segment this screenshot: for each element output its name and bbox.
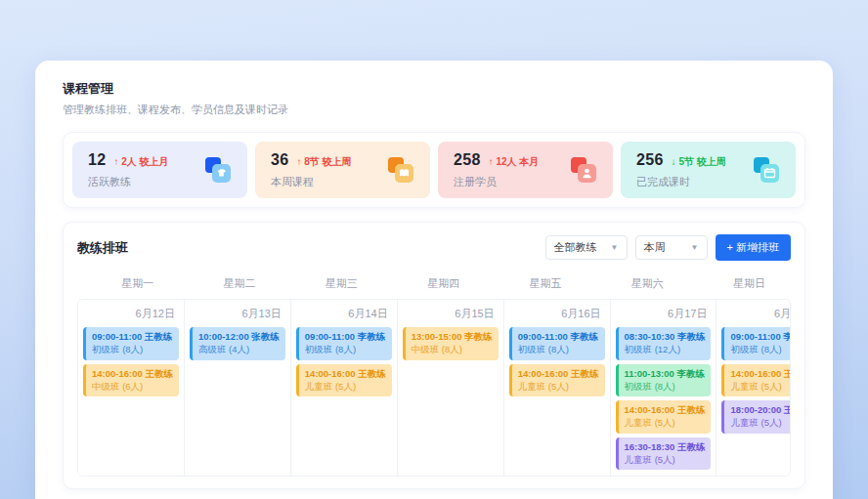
schedule-event[interactable]: 13:00-15:00 李教练 中级班 (8人) (403, 327, 499, 360)
schedule-event[interactable]: 09:00-11:00 王教练 初级班 (8人) (83, 327, 179, 360)
stat-card-completed-hours: 256 ↓ 5节 较上周 已完成课时 (621, 142, 796, 198)
day-column-monday: 6月12日 09:00-11:00 王教练 初级班 (8人) 14:00-16:… (78, 300, 185, 476)
stat-card-active-coaches: 12 ↑ 2人 较上月 活跃教练 (72, 142, 247, 198)
schedule-event[interactable]: 18:00-20:00 王教练 儿童班 (5人) (721, 400, 791, 434)
chevron-down-icon: ▼ (691, 243, 699, 252)
date-label: 6月16日 (504, 300, 610, 327)
schedule-grid: 6月12日 09:00-11:00 王教练 初级班 (8人) 14:00-16:… (77, 299, 791, 477)
add-schedule-button[interactable]: + 新增排班 (716, 234, 791, 261)
stats-bar: 12 ↑ 2人 较上月 活跃教练 36 ↑ 8节 较上周 本周课程 (63, 132, 805, 208)
schedule-event[interactable]: 14:00-16:00 王教练 儿童班 (5人) (616, 400, 712, 434)
schedule-event[interactable]: 11:00-13:00 李教练 初级班 (8人) (616, 364, 712, 397)
schedule-event[interactable]: 09:00-11:00 李教练 初级班 (8人) (296, 327, 392, 360)
weekday-label: 星期二 (179, 270, 281, 299)
day-column-tuesday: 6月13日 10:00-12:00 张教练 高级班 (4人) (185, 300, 291, 476)
date-label: 6月17日 (611, 300, 716, 327)
schedule-event[interactable]: 09:00-11:00 李教练 初级班 (8人) (509, 327, 605, 360)
page-title: 课程管理 (63, 80, 805, 98)
day-column-friday: 6月16日 09:00-11:00 李教练 初级班 (8人) 14:00-16:… (504, 300, 611, 476)
schedule-event[interactable]: 10:00-12:00 张教练 高级班 (4人) (190, 327, 285, 360)
calendar-icon (751, 154, 782, 186)
stat-trend: ↓ 5节 较上周 (672, 155, 726, 169)
weekday-label: 星期六 (586, 270, 688, 299)
date-label: 6月13日 (185, 300, 290, 327)
date-label: 6月12日 (78, 300, 184, 327)
stat-card-registered-students: 258 ↑ 12人 本月 注册学员 (438, 142, 613, 198)
coach-filter-select[interactable]: 全部教练 ▼ (545, 235, 628, 260)
range-filter-select[interactable]: 本周 ▼ (635, 235, 708, 260)
schedule-section: 教练排班 全部教练 ▼ 本周 ▼ + 新增排班 星期一 星期二 星期三 星期四 … (63, 222, 805, 489)
schedule-event[interactable]: 09:00-11:00 李教练 初级班 (8人) (721, 327, 791, 360)
schedule-title: 教练排班 (77, 239, 128, 257)
date-label: 6月15日 (398, 300, 503, 327)
student-icon (568, 154, 599, 186)
weekday-label: 星期五 (485, 270, 586, 299)
stat-trend: ↑ 12人 本月 (489, 155, 540, 169)
day-column-saturday: 6月17日 08:30-10:30 李教练 初级班 (12人) 11:00-13… (611, 300, 717, 476)
stat-label: 本周课程 (271, 175, 352, 189)
page-subtitle: 管理教练排班、课程发布、学员信息及课时记录 (63, 103, 805, 117)
stat-card-week-courses: 36 ↑ 8节 较上周 本周课程 (255, 142, 430, 198)
course-icon (385, 154, 416, 186)
schedule-event[interactable]: 14:00-16:00 王教练 儿童班 (5人) (509, 364, 605, 397)
schedule-event[interactable]: 14:00-16:00 王教练 儿童班 (5人) (296, 364, 392, 397)
stat-trend: ↑ 2人 较上月 (113, 155, 168, 169)
coach-icon (202, 154, 234, 186)
range-filter-value: 本周 (644, 240, 666, 255)
date-label: 6月14日 (291, 300, 397, 327)
stat-value: 256 (636, 151, 664, 169)
day-column-thursday: 6月15日 13:00-15:00 李教练 中级班 (8人) (398, 300, 504, 476)
day-column-wednesday: 6月14日 09:00-11:00 李教练 初级班 (8人) 14:00-16:… (291, 300, 398, 476)
weekday-label: 星期四 (383, 270, 485, 299)
stat-value: 36 (271, 151, 288, 169)
weekday-label: 星期一 (77, 270, 179, 299)
weekday-header-row: 星期一 星期二 星期三 星期四 星期五 星期六 星期日 (77, 270, 791, 299)
schedule-event[interactable]: 14:00-16:00 王教练 中级班 (6人) (83, 364, 179, 397)
stat-label: 活跃教练 (88, 175, 169, 189)
main-panel: 课程管理 管理教练排班、课程发布、学员信息及课时记录 12 ↑ 2人 较上月 活… (35, 61, 833, 499)
stat-value: 258 (454, 151, 481, 169)
coach-filter-value: 全部教练 (554, 240, 597, 255)
day-column-sunday: 6月18日 09:00-11:00 李教练 初级班 (8人) 14:00-16:… (716, 300, 791, 476)
date-label: 6月18日 (716, 300, 791, 327)
stat-label: 已完成课时 (636, 175, 726, 189)
weekday-label: 星期三 (282, 270, 383, 299)
weekday-label: 星期日 (689, 270, 791, 299)
chevron-down-icon: ▼ (611, 243, 619, 252)
schedule-event[interactable]: 14:00-16:00 王教练 儿童班 (5人) (721, 364, 791, 397)
schedule-event[interactable]: 16:30-18:30 王教练 儿童班 (5人) (616, 437, 712, 471)
stat-label: 注册学员 (454, 175, 539, 189)
stat-value: 12 (88, 151, 106, 169)
schedule-event[interactable]: 08:30-10:30 李教练 初级班 (12人) (616, 327, 712, 360)
stat-trend: ↑ 8节 较上周 (296, 155, 351, 169)
